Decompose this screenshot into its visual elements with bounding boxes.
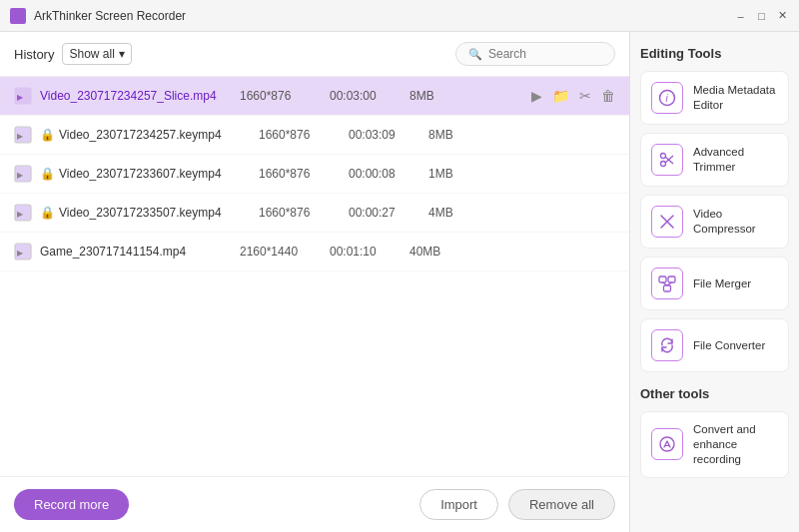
media-metadata-editor-card[interactable]: i Media Metadata Editor	[640, 71, 789, 125]
editing-tools-title: Editing Tools	[640, 46, 789, 61]
video-compressor-label: Video Compressor	[693, 207, 778, 237]
chevron-down-icon: ▾	[119, 47, 125, 61]
enhance-icon	[651, 428, 683, 460]
file-name: Video_230717234257.keymp4	[59, 128, 259, 142]
history-label: History	[14, 47, 54, 62]
file-name: Video_230717233607.keymp4	[59, 167, 259, 181]
merge-icon	[651, 267, 683, 299]
file-actions: ▶ 📁 ✂ 🗑	[531, 88, 615, 104]
left-panel: History Show all ▾ 🔍 ▶ Video_23071723425…	[0, 32, 629, 532]
app-icon	[10, 8, 26, 24]
app-title: ArkThinker Screen Recorder	[34, 9, 734, 23]
maximize-button[interactable]: □	[755, 9, 768, 22]
lock-icon: 🔒	[40, 128, 55, 142]
video-file-icon: ▶	[14, 243, 32, 261]
file-size: 4MB	[428, 206, 478, 220]
table-row[interactable]: ▶ Video_230717234257_Slice.mp4 1660*876 …	[0, 77, 629, 116]
svg-rect-16	[659, 276, 666, 282]
file-duration: 00:01:10	[330, 245, 409, 259]
info-icon: i	[651, 82, 683, 114]
video-file-icon: ▶	[14, 126, 32, 144]
file-duration: 00:03:00	[330, 89, 409, 103]
file-merger-card[interactable]: File Merger	[640, 257, 789, 310]
video-file-icon: ▶	[14, 87, 32, 105]
svg-text:▶: ▶	[17, 249, 24, 258]
close-button[interactable]: ✕	[776, 9, 789, 22]
file-resolution: 2160*1440	[240, 245, 330, 259]
show-all-dropdown[interactable]: Show all ▾	[62, 43, 131, 65]
file-duration: 00:00:27	[349, 206, 428, 220]
svg-text:▶: ▶	[17, 171, 24, 180]
file-resolution: 1660*876	[259, 128, 349, 142]
search-box[interactable]: 🔍	[455, 42, 615, 66]
video-file-icon: ▶	[14, 204, 32, 222]
play-icon[interactable]: ▶	[531, 88, 542, 104]
file-converter-label: File Converter	[693, 338, 765, 353]
main-content: History Show all ▾ 🔍 ▶ Video_23071723425…	[0, 32, 799, 532]
file-merger-label: File Merger	[693, 276, 751, 291]
file-size: 8MB	[409, 89, 459, 103]
svg-point-12	[661, 154, 666, 159]
file-size: 8MB	[428, 128, 478, 142]
svg-text:▶: ▶	[17, 93, 24, 102]
lock-icon: 🔒	[40, 206, 55, 220]
video-file-icon: ▶	[14, 165, 32, 183]
file-duration: 00:00:08	[349, 167, 428, 181]
advanced-trimmer-card[interactable]: Advanced Trimmer	[640, 133, 789, 187]
file-resolution: 1660*876	[240, 89, 330, 103]
search-icon: 🔍	[468, 48, 482, 61]
compress-icon	[651, 206, 683, 238]
svg-point-13	[661, 162, 666, 167]
bottom-bar: Record more Import Remove all	[0, 476, 629, 532]
remove-all-button[interactable]: Remove all	[508, 489, 615, 520]
file-name: Video_230717234257_Slice.mp4	[40, 89, 240, 103]
delete-icon[interactable]: 🗑	[601, 88, 615, 104]
search-input[interactable]	[488, 47, 602, 61]
show-all-label: Show all	[69, 47, 114, 61]
file-resolution: 1660*876	[259, 206, 349, 220]
file-name: Game_230717141154.mp4	[40, 245, 240, 259]
file-converter-card[interactable]: File Converter	[640, 318, 789, 372]
svg-rect-17	[668, 276, 675, 282]
lock-icon: 🔒	[40, 167, 55, 181]
file-duration: 00:03:09	[349, 128, 428, 142]
file-size: 40MB	[409, 245, 459, 259]
file-list: ▶ Video_230717234257_Slice.mp4 1660*876 …	[0, 77, 629, 476]
table-row[interactable]: ▶ Game_230717141154.mp4 2160*1440 00:01:…	[0, 233, 629, 271]
svg-point-21	[660, 437, 674, 451]
svg-line-14	[665, 157, 673, 164]
svg-text:▶: ▶	[17, 210, 24, 219]
svg-rect-18	[664, 285, 671, 291]
file-resolution: 1660*876	[259, 167, 349, 181]
video-compressor-card[interactable]: Video Compressor	[640, 195, 789, 249]
advanced-trimmer-label: Advanced Trimmer	[693, 145, 778, 175]
file-size: 1MB	[428, 167, 478, 181]
svg-line-15	[665, 156, 673, 163]
record-more-button[interactable]: Record more	[14, 489, 129, 520]
file-name: Video_230717233507.keymp4	[59, 206, 259, 220]
toolbar: History Show all ▾ 🔍	[0, 32, 629, 77]
convert-enhance-recording-label: Convert and enhance recording	[693, 422, 778, 467]
convert-icon	[651, 329, 683, 361]
media-metadata-editor-label: Media Metadata Editor	[693, 83, 778, 113]
other-tools-title: Other tools	[640, 386, 789, 401]
scissors-icon	[651, 144, 683, 176]
table-row[interactable]: ▶ 🔒 Video_230717233607.keymp4 1660*876 0…	[0, 155, 629, 194]
table-row[interactable]: ▶ 🔒 Video_230717234257.keymp4 1660*876 0…	[0, 116, 629, 155]
import-button[interactable]: Import	[419, 489, 498, 520]
svg-text:▶: ▶	[17, 132, 24, 141]
right-panel: Editing Tools i Media Metadata Editor	[629, 32, 799, 532]
convert-enhance-recording-card[interactable]: Convert and enhance recording	[640, 411, 789, 478]
table-row[interactable]: ▶ 🔒 Video_230717233507.keymp4 1660*876 0…	[0, 194, 629, 233]
window-controls: – □ ✕	[734, 9, 789, 22]
minimize-button[interactable]: –	[734, 9, 747, 22]
svg-text:i: i	[666, 93, 669, 104]
cut-icon[interactable]: ✂	[579, 88, 591, 104]
title-bar: ArkThinker Screen Recorder – □ ✕	[0, 0, 799, 32]
folder-icon[interactable]: 📁	[552, 88, 569, 104]
